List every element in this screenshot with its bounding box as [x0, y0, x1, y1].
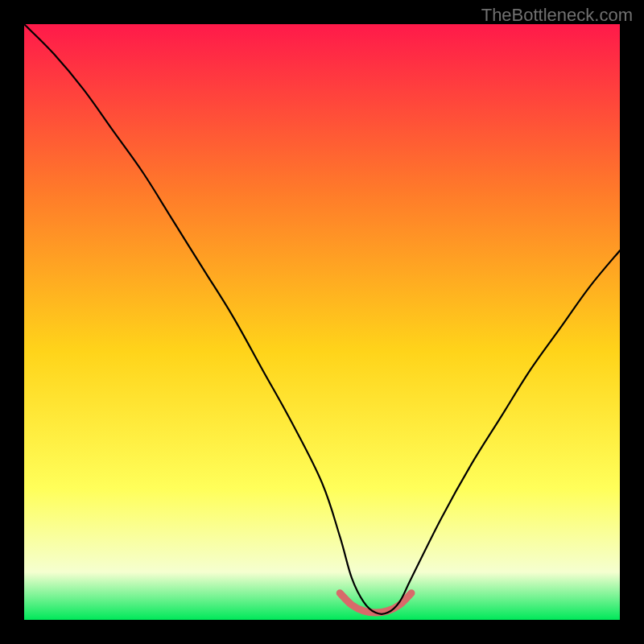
- optimal-band: [340, 593, 411, 613]
- chart-container: TheBottleneck.com: [0, 0, 644, 644]
- curve-layer: [24, 24, 620, 620]
- plot-area: [24, 24, 620, 620]
- bottleneck-curve: [24, 24, 620, 614]
- watermark-text: TheBottleneck.com: [481, 5, 633, 26]
